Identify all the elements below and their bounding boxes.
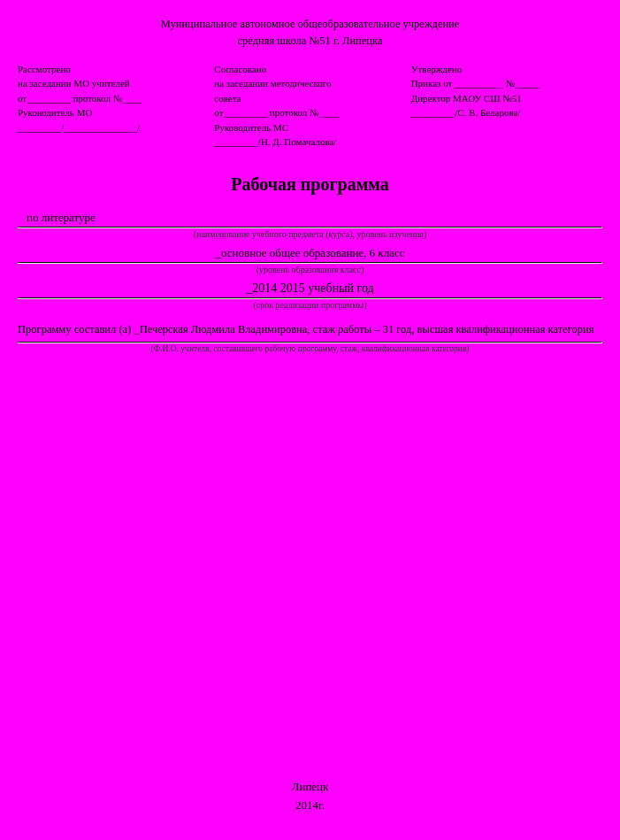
approval-col2: Согласовано на заседании методического с…	[214, 62, 405, 150]
header-line1: Муниципальное автономное общеобразовател…	[18, 16, 602, 33]
level-text: _основное общее образование, 6 класс	[18, 246, 602, 260]
col2-label4: от_________ протокол №____	[214, 105, 405, 120]
col3-label1: Утверждено	[411, 62, 602, 77]
author-section: Программу составил (а) _Печерская Людмил…	[18, 320, 602, 353]
main-title: Рабочая программа	[18, 174, 602, 195]
col2-label2: на заседании методического	[214, 76, 405, 91]
col3-label5: _________/С. В. Беларова/	[411, 105, 602, 120]
col1-label1: Рассмотрено	[18, 62, 209, 77]
col1-label4: Руководитель МО	[18, 105, 209, 120]
author-hint: (Ф.И.О. учителя, составившего рабочую пр…	[18, 344, 602, 353]
year-text: _2014 2015 учебный год	[18, 281, 602, 296]
col2-label6: _________/Н. Д. Помачалова/	[214, 135, 405, 150]
year-divider	[18, 297, 602, 299]
author-divider	[18, 342, 602, 343]
header-line2: средняя школа №51 г. Липецка	[18, 33, 602, 50]
footer-year: 2014г.	[0, 797, 620, 815]
approval-col3: Утверждено Приказ от __________ №_____ Д…	[411, 62, 602, 150]
col2-label1: Согласовано	[214, 62, 405, 77]
col1-label3: от_________ протокол №____	[18, 91, 209, 106]
header-title: Муниципальное автономное общеобразовател…	[18, 16, 602, 50]
subject-text: по литературе	[18, 211, 602, 225]
author-text: Программу составил (а) _Печерская Людмил…	[18, 320, 602, 338]
approval-col1: Рассмотрено на заседании МО учителей от_…	[18, 62, 209, 150]
subject-divider	[18, 227, 602, 228]
level-hint: (уровень образования класс)	[18, 265, 602, 274]
subject-hint: (наименование учебного предмета (курса),…	[18, 229, 602, 239]
col3-label4: Директор МАОУ СШ №51	[411, 91, 602, 106]
subject-section: по литературе (наименование учебного пре…	[18, 211, 602, 239]
page: Муниципальное автономное общеобразовател…	[0, 0, 620, 840]
col2-label5: Руководитель МС	[214, 120, 405, 135]
col3-label3: Приказ от __________ №_____	[411, 76, 602, 91]
approval-section: Рассмотрено на заседании МО учителей от_…	[18, 62, 602, 150]
footer-city: Липецк	[0, 778, 620, 797]
level-divider	[18, 262, 602, 264]
col1-label5: _________/_______________/	[18, 120, 209, 135]
footer: Липецк 2014г.	[0, 778, 620, 815]
col2-label3: совета	[214, 91, 405, 106]
main-title-section: Рабочая программа	[18, 174, 602, 195]
year-section: _2014 2015 учебный год (срок реализации …	[18, 281, 602, 310]
year-hint: (срок реализации программы)	[18, 300, 602, 310]
level-section: _основное общее образование, 6 класс (ур…	[18, 246, 602, 274]
col1-label2: на заседании МО учителей	[18, 76, 209, 91]
